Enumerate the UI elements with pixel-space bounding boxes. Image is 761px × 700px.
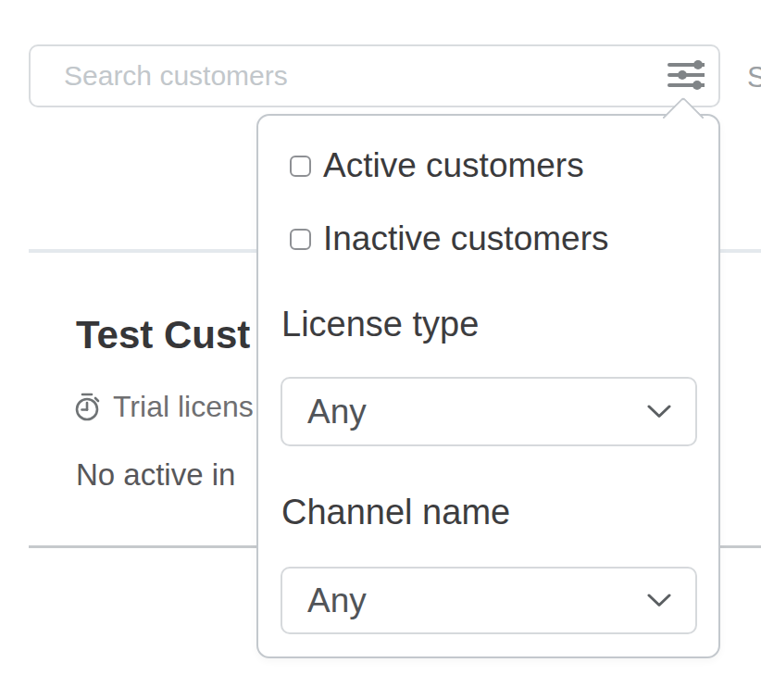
license-type-text: Trial licens: [113, 390, 254, 424]
checkbox-row-active-customers[interactable]: Active customers: [290, 146, 584, 185]
status-text: No active in: [76, 457, 235, 493]
channel-name-select[interactable]: Any: [281, 567, 697, 634]
select-value: Any: [307, 393, 647, 431]
license-info-row: Trial licens: [74, 390, 254, 424]
sliders-filter-icon: [662, 58, 705, 94]
customer-name-heading: Test Cust: [76, 313, 250, 357]
checkbox-icon[interactable]: [290, 229, 311, 250]
select-value: Any: [307, 581, 647, 620]
checkbox-label: Active customers: [323, 146, 584, 185]
truncated-header-text: S: [747, 61, 761, 94]
filter-button[interactable]: [655, 52, 711, 100]
checkbox-icon[interactable]: [290, 156, 311, 177]
timer-icon: [74, 392, 102, 422]
checkbox-label: Inactive customers: [323, 219, 608, 258]
license-type-select[interactable]: Any: [281, 377, 697, 446]
checkbox-row-inactive-customers[interactable]: Inactive customers: [290, 219, 608, 258]
customers-page: S Test Cust Trial licens No active in Ac…: [0, 0, 761, 700]
chevron-down-icon: [647, 594, 671, 607]
chevron-down-icon: [647, 405, 671, 419]
filter-popover: Active customers Inactive customers Lice…: [256, 114, 720, 658]
channel-name-label: Channel name: [281, 494, 510, 531]
search-input[interactable]: [29, 44, 720, 107]
license-type-label: License type: [281, 306, 479, 343]
